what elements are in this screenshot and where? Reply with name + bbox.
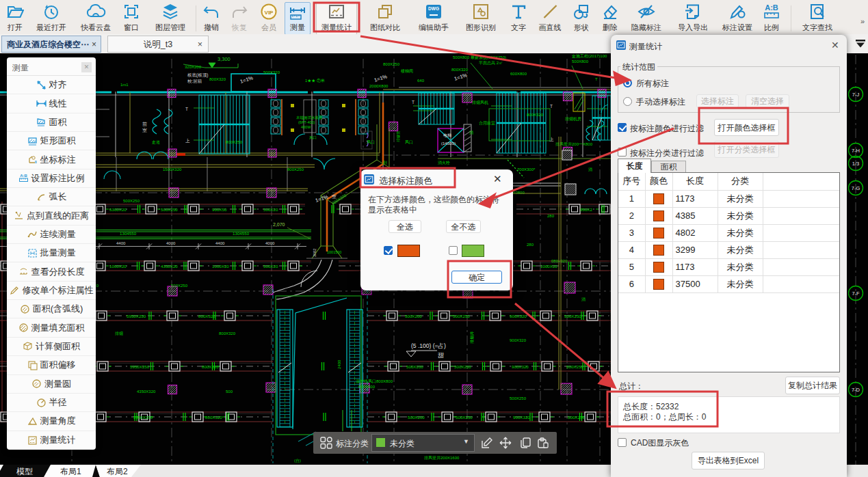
svg-text:280: 280 (547, 214, 555, 218)
svg-text:T: T (550, 104, 553, 109)
svg-text:500X250: 500X250 (564, 314, 581, 318)
svg-text:500X800: 500X800 (572, 59, 589, 64)
svg-text:500X250: 500X250 (123, 199, 140, 203)
svg-text:7-D: 7-D (852, 387, 860, 393)
svg-text:模型: 模型 (16, 467, 33, 476)
svg-text:500X320: 500X320 (263, 70, 280, 74)
svg-text:1000X20: 1000X20 (540, 264, 557, 269)
svg-text:600X800: 600X800 (510, 72, 527, 76)
svg-text:消: 消 (588, 167, 592, 172)
svg-text:2,070: 2,070 (273, 222, 285, 227)
svg-text:(自): (自) (294, 459, 301, 463)
svg-text:500X200: 500X200 (408, 415, 425, 420)
svg-text:最新系统(600X250): 最新系统(600X250) (471, 55, 506, 60)
svg-text:校:层箱: 校:层箱 (187, 79, 202, 83)
svg-text:7-G: 7-G (852, 185, 860, 191)
svg-text:320X200: 320X200 (185, 65, 202, 69)
svg-text:DWG: DWG (428, 6, 439, 11)
svg-text:5950X250: 5950X250 (130, 364, 150, 369)
svg-text:900X320: 900X320 (513, 415, 530, 420)
svg-text:排烟井: 排烟井 (470, 331, 475, 344)
svg-text:风口: 风口 (367, 140, 375, 145)
svg-text:消: 消 (469, 131, 473, 135)
svg-text:消火栓: 消火栓 (438, 161, 450, 165)
svg-text:800X250: 800X250 (287, 167, 304, 172)
svg-text:剖: 剖 (382, 160, 387, 165)
svg-text:900X320: 900X320 (512, 364, 529, 369)
svg-text:1001500: 1001500 (327, 250, 341, 254)
svg-text:640: 640 (417, 79, 425, 83)
svg-text:800X320: 800X320 (205, 415, 222, 420)
svg-text:室: 室 (332, 194, 337, 199)
svg-text:4350X320: 4350X320 (137, 390, 156, 394)
svg-text:A:B: A:B (20, 174, 27, 178)
svg-text:800X320: 800X320 (202, 364, 219, 369)
svg-text:500X250: 500X250 (453, 314, 470, 318)
svg-text:500X250: 500X250 (161, 207, 178, 212)
svg-text:甜: 甜 (438, 352, 444, 359)
svg-text:800X250: 800X250 (383, 62, 400, 66)
svg-text:T: T (412, 100, 415, 105)
svg-text:500: 500 (226, 390, 233, 394)
svg-text:4400: 4400 (215, 241, 225, 245)
svg-text:800X320: 800X320 (527, 113, 544, 117)
svg-text:排风竖井200X1600: 排风竖井200X1600 (424, 456, 460, 460)
svg-text:800X320: 800X320 (209, 77, 226, 81)
svg-text:(1450S): (1450S) (441, 141, 456, 146)
svg-text:400W: 400W (301, 125, 311, 129)
svg-text:7-H: 7-H (852, 148, 860, 154)
svg-text:100X2: 100X2 (580, 207, 592, 212)
svg-text:1000X20: 1000X20 (109, 264, 127, 269)
svg-text:500X250: 500X250 (510, 396, 527, 400)
svg-text:排烟机房: 排烟机房 (565, 116, 581, 122)
svg-text:排烟风机: 排烟风机 (472, 100, 488, 105)
svg-text:500X250: 500X250 (456, 415, 473, 420)
svg-text:900X320: 900X320 (510, 314, 527, 318)
svg-text:500X250: 500X250 (568, 415, 585, 420)
svg-text:VIP: VIP (265, 10, 274, 16)
svg-text:500X200: 500X200 (406, 364, 423, 369)
svg-text:1m1: 1m1 (120, 83, 129, 87)
svg-text:走道: 走道 (152, 140, 160, 145)
svg-text:布局2: 布局2 (107, 467, 128, 476)
svg-text:5950X250: 5950X250 (133, 415, 153, 420)
svg-text:排烟管: 排烟管 (396, 131, 401, 142)
svg-text:800X600: 800X600 (358, 385, 376, 389)
svg-text:500X250: 500X250 (566, 364, 583, 369)
svg-text:(5 .100) (=占): (5 .100) (=占) (411, 342, 446, 349)
svg-text:5950X250: 5950X250 (127, 314, 146, 318)
svg-text:A:B: A:B (765, 3, 778, 12)
svg-text:2000X800: 2000X800 (369, 84, 389, 88)
svg-text:消: 消 (581, 297, 586, 301)
svg-text:800X320: 800X320 (451, 68, 469, 72)
svg-text:500X20: 500X20 (263, 207, 278, 212)
svg-text:800X250: 800X250 (226, 140, 243, 144)
svg-text:3,300: 3,300 (218, 56, 231, 62)
svg-text:(6PT-400): (6PT-400) (298, 120, 315, 124)
svg-text:500X250: 500X250 (171, 284, 188, 288)
svg-text:500X250: 500X250 (454, 364, 471, 369)
svg-text:900X50: 900X50 (212, 207, 227, 212)
svg-text:700X300*: 700X300* (517, 167, 536, 172)
svg-text:排烟: 排烟 (115, 331, 123, 336)
svg-text:1/3: 1/3 (852, 161, 859, 167)
svg-text:布局1: 布局1 (60, 467, 81, 476)
svg-text:500X200: 500X200 (405, 314, 422, 318)
svg-text:800X320: 800X320 (219, 331, 236, 336)
svg-text:1304550: 1304550 (233, 231, 250, 236)
svg-text:500X800: 500X800 (453, 55, 470, 59)
svg-text:电梯: 电梯 (443, 133, 451, 137)
svg-text:T: T (595, 77, 598, 81)
svg-text:7-F: 7-F (852, 290, 860, 297)
svg-text:4400: 4400 (116, 241, 126, 245)
svg-text:楼梯间: 楼梯间 (401, 69, 413, 74)
svg-text:温控线风口800X800: 温控线风口800X800 (356, 379, 393, 384)
svg-text:板底(板顶): 板底(板顶) (187, 72, 208, 78)
svg-text:4350X20: 4350X20 (161, 264, 178, 269)
svg-text:280: 280 (527, 243, 534, 247)
svg-text:1304550: 1304550 (120, 231, 137, 236)
svg-text:6300X20: 6300X20 (109, 207, 127, 212)
svg-text:900X320: 900X320 (510, 338, 527, 342)
svg-text:4000: 4000 (265, 241, 275, 245)
svg-text:上: 上 (185, 138, 190, 143)
